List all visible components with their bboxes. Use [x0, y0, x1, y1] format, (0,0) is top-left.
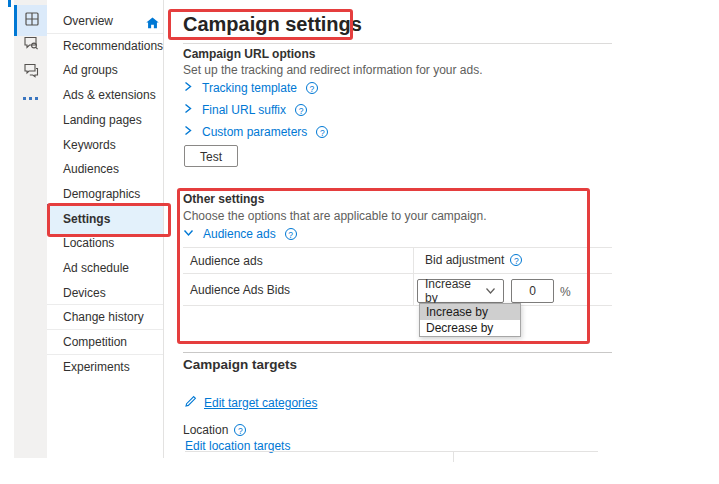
- bid-direction-value: Increase by: [425, 277, 485, 305]
- grid-icon: [24, 11, 40, 31]
- sidebar-item-recommendations[interactable]: Recommendations: [47, 34, 163, 58]
- chevron-down-icon: [183, 227, 194, 241]
- dropdown-option-decrease-by[interactable]: Decrease by: [420, 320, 520, 336]
- sidebar-item-ads-extensions[interactable]: Ads & extensions: [47, 83, 163, 107]
- location-table-border: [185, 451, 598, 452]
- other-settings-heading: Other settings: [183, 192, 264, 206]
- campaign-settings-page: Overview Recommendations Ad groups Ads &…: [0, 0, 719, 484]
- bid-value-input[interactable]: [511, 279, 554, 303]
- rail-item-more[interactable]: [14, 83, 47, 114]
- chevron-right-icon: [183, 103, 193, 117]
- sidebar-item-settings[interactable]: Settings: [47, 204, 163, 234]
- url-options-description: Set up the tracking and redirect informa…: [183, 63, 483, 77]
- chevron-down-icon: [485, 284, 496, 298]
- location-label-row: Location ?: [183, 423, 246, 437]
- sidebar-item-landing-pages[interactable]: Landing pages: [47, 108, 163, 132]
- audience-ads-expander[interactable]: Audience ads ?: [183, 227, 297, 241]
- sidebar-item-locations[interactable]: Locations: [47, 231, 163, 255]
- sidebar-item-keywords[interactable]: Keywords: [47, 133, 163, 157]
- table-header-audience-ads: Audience ads: [190, 254, 263, 268]
- sidebar-item-devices[interactable]: Devices: [47, 281, 163, 305]
- url-options-heading: Campaign URL options: [183, 47, 315, 61]
- sidebar-item-demographics[interactable]: Demographics: [47, 182, 163, 206]
- bid-adjustment-label: Bid adjustment: [425, 253, 504, 267]
- help-icon[interactable]: ?: [295, 104, 307, 116]
- chevron-right-icon: [183, 81, 193, 95]
- pencil-icon: [184, 394, 197, 412]
- sidebar-item-change-history[interactable]: Change history: [47, 305, 163, 329]
- location-label: Location: [183, 423, 228, 437]
- test-button[interactable]: Test: [184, 145, 238, 167]
- campaign-targets-heading: Campaign targets: [183, 357, 297, 372]
- icon-rail: [14, 0, 47, 458]
- sidebar-item-ad-groups[interactable]: Ad groups: [47, 58, 163, 82]
- custom-parameters-label: Custom parameters: [202, 125, 307, 139]
- chevron-right-icon: [183, 125, 193, 139]
- final-url-suffix-label: Final URL suffix: [202, 103, 286, 117]
- dropdown-option-increase-by[interactable]: Increase by: [420, 304, 520, 320]
- tracking-template-expander[interactable]: Tracking template ?: [183, 81, 318, 95]
- bid-direction-dropdown-menu: Increase by Decrease by: [419, 303, 521, 337]
- edit-target-categories-link[interactable]: Edit target categories: [204, 396, 317, 410]
- percent-label: %: [560, 285, 571, 299]
- final-url-suffix-expander[interactable]: Final URL suffix ?: [183, 103, 307, 117]
- table-row-label: Audience Ads Bids: [190, 283, 290, 297]
- location-table-column-border: [453, 451, 454, 462]
- sidebar-nav: Overview Recommendations Ad groups Ads &…: [47, 0, 164, 458]
- tracking-template-label: Tracking template: [202, 81, 297, 95]
- sidebar-item-competition[interactable]: Competition: [47, 330, 163, 354]
- table-header-bid-adjustment: Bid adjustment ?: [425, 253, 522, 267]
- table-border: [183, 273, 612, 274]
- page-title: Campaign settings: [183, 13, 362, 36]
- other-settings-description: Choose the options that are applicable t…: [183, 209, 487, 223]
- section-divider: [183, 352, 612, 353]
- table-column-border: [413, 247, 414, 305]
- audience-ads-label: Audience ads: [203, 227, 276, 241]
- table-border: [183, 305, 612, 306]
- help-icon[interactable]: ?: [306, 82, 318, 94]
- table-border: [183, 247, 612, 248]
- section-divider: [183, 43, 612, 44]
- edit-target-categories-row: Edit target categories: [184, 394, 317, 412]
- home-icon: [146, 15, 159, 33]
- comments-icon: [23, 62, 39, 82]
- help-icon[interactable]: ?: [234, 424, 246, 436]
- custom-parameters-expander[interactable]: Custom parameters ?: [183, 125, 328, 139]
- more-dots-icon: [23, 97, 38, 100]
- help-icon[interactable]: ?: [316, 126, 328, 138]
- comment-search-icon: [23, 35, 39, 55]
- sidebar-item-audiences[interactable]: Audiences: [47, 157, 163, 181]
- help-icon[interactable]: ?: [510, 254, 522, 266]
- bid-direction-select[interactable]: Increase by: [417, 279, 504, 303]
- scroll-indicator: [8, 0, 11, 7]
- sidebar-item-ad-schedule[interactable]: Ad schedule: [47, 256, 163, 280]
- sidebar-item-experiments[interactable]: Experiments: [47, 355, 163, 379]
- help-icon[interactable]: ?: [285, 228, 297, 240]
